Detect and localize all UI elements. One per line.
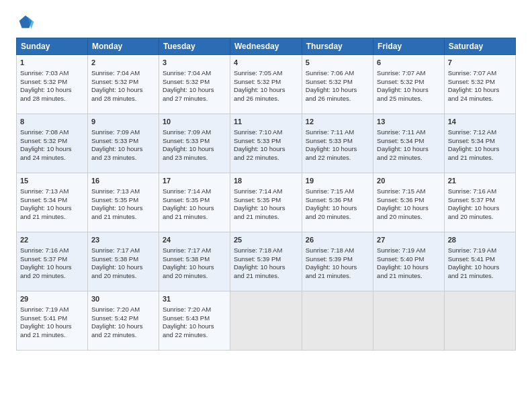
header-day-thursday: Thursday	[302, 38, 373, 55]
calendar-cell: 23Sunrise: 7:17 AMSunset: 5:38 PMDayligh…	[87, 232, 159, 291]
header-day-saturday: Saturday	[444, 38, 515, 55]
day-number: 19	[306, 176, 369, 186]
calendar-cell: 25Sunrise: 7:18 AMSunset: 5:39 PMDayligh…	[230, 232, 302, 291]
day-number: 10	[163, 117, 226, 127]
header	[16, 13, 516, 32]
calendar-cell: 31Sunrise: 7:20 AMSunset: 5:43 PMDayligh…	[159, 291, 230, 351]
day-number: 23	[91, 235, 155, 245]
calendar-cell: 11Sunrise: 7:10 AMSunset: 5:33 PMDayligh…	[230, 114, 302, 173]
calendar-cell: 9Sunrise: 7:09 AMSunset: 5:33 PMDaylight…	[87, 114, 159, 173]
day-number: 28	[448, 235, 512, 245]
day-number: 5	[306, 58, 369, 68]
day-number: 20	[377, 176, 441, 186]
calendar-body: 1Sunrise: 7:03 AMSunset: 5:32 PMDaylight…	[17, 55, 516, 351]
logo-icon	[16, 13, 35, 32]
day-number: 24	[163, 235, 226, 245]
header-day-wednesday: Wednesday	[230, 38, 302, 55]
day-number: 30	[91, 294, 155, 304]
calendar-cell: 27Sunrise: 7:19 AMSunset: 5:40 PMDayligh…	[373, 232, 445, 291]
day-number: 17	[163, 176, 226, 186]
calendar-cell: 19Sunrise: 7:15 AMSunset: 5:36 PMDayligh…	[302, 173, 373, 232]
calendar-cell: 18Sunrise: 7:14 AMSunset: 5:35 PMDayligh…	[230, 173, 302, 232]
header-day-monday: Monday	[87, 38, 159, 55]
day-number: 26	[306, 235, 369, 245]
calendar-cell: 12Sunrise: 7:11 AMSunset: 5:33 PMDayligh…	[302, 114, 373, 173]
calendar-cell: 22Sunrise: 7:16 AMSunset: 5:37 PMDayligh…	[17, 232, 88, 291]
calendar-cell: 24Sunrise: 7:17 AMSunset: 5:38 PMDayligh…	[159, 232, 230, 291]
day-number: 2	[91, 58, 155, 68]
day-number: 25	[234, 235, 298, 245]
day-number: 7	[448, 58, 512, 68]
calendar-cell: 3Sunrise: 7:04 AMSunset: 5:32 PMDaylight…	[159, 55, 230, 114]
day-number: 15	[20, 176, 84, 186]
calendar-week-5: 29Sunrise: 7:19 AMSunset: 5:41 PMDayligh…	[17, 291, 516, 351]
calendar-cell: 26Sunrise: 7:18 AMSunset: 5:39 PMDayligh…	[302, 232, 373, 291]
calendar-cell: 7Sunrise: 7:07 AMSunset: 5:32 PMDaylight…	[444, 55, 515, 114]
calendar-cell: 1Sunrise: 7:03 AMSunset: 5:32 PMDaylight…	[17, 55, 88, 114]
header-day-sunday: Sunday	[17, 38, 88, 55]
calendar-cell: 14Sunrise: 7:12 AMSunset: 5:34 PMDayligh…	[444, 114, 515, 173]
calendar-week-4: 22Sunrise: 7:16 AMSunset: 5:37 PMDayligh…	[17, 232, 516, 291]
header-day-friday: Friday	[373, 38, 445, 55]
day-number: 3	[163, 58, 226, 68]
header-day-tuesday: Tuesday	[159, 38, 230, 55]
calendar-week-2: 8Sunrise: 7:08 AMSunset: 5:32 PMDaylight…	[17, 114, 516, 173]
day-number: 16	[91, 176, 155, 186]
calendar-cell: 6Sunrise: 7:07 AMSunset: 5:32 PMDaylight…	[373, 55, 445, 114]
day-number: 18	[234, 176, 298, 186]
day-number: 29	[20, 294, 84, 304]
calendar-cell: 30Sunrise: 7:20 AMSunset: 5:42 PMDayligh…	[87, 291, 159, 351]
calendar-cell	[230, 291, 302, 351]
day-number: 11	[234, 117, 298, 127]
calendar-cell: 2Sunrise: 7:04 AMSunset: 5:32 PMDaylight…	[87, 55, 159, 114]
header-row: SundayMondayTuesdayWednesdayThursdayFrid…	[17, 38, 516, 55]
calendar-week-1: 1Sunrise: 7:03 AMSunset: 5:32 PMDaylight…	[17, 55, 516, 114]
calendar-cell: 8Sunrise: 7:08 AMSunset: 5:32 PMDaylight…	[17, 114, 88, 173]
calendar-cell	[302, 291, 373, 351]
day-number: 27	[377, 235, 441, 245]
calendar-cell	[444, 291, 515, 351]
calendar-cell: 28Sunrise: 7:19 AMSunset: 5:41 PMDayligh…	[444, 232, 515, 291]
calendar-cell: 4Sunrise: 7:05 AMSunset: 5:32 PMDaylight…	[230, 55, 302, 114]
day-number: 22	[20, 235, 84, 245]
page: SundayMondayTuesdayWednesdayThursdayFrid…	[0, 0, 532, 361]
calendar-cell: 15Sunrise: 7:13 AMSunset: 5:34 PMDayligh…	[17, 173, 88, 232]
calendar-cell: 10Sunrise: 7:09 AMSunset: 5:33 PMDayligh…	[159, 114, 230, 173]
day-number: 21	[448, 176, 512, 186]
calendar-cell: 21Sunrise: 7:16 AMSunset: 5:37 PMDayligh…	[444, 173, 515, 232]
day-number: 1	[20, 58, 84, 68]
day-number: 31	[163, 294, 226, 304]
day-number: 13	[377, 117, 441, 127]
day-number: 14	[448, 117, 512, 127]
calendar-cell: 5Sunrise: 7:06 AMSunset: 5:32 PMDaylight…	[302, 55, 373, 114]
calendar-header: SundayMondayTuesdayWednesdayThursdayFrid…	[17, 38, 516, 55]
calendar-cell: 16Sunrise: 7:13 AMSunset: 5:35 PMDayligh…	[87, 173, 159, 232]
logo	[16, 13, 38, 32]
day-number: 8	[20, 117, 84, 127]
day-number: 9	[91, 117, 155, 127]
calendar-cell: 20Sunrise: 7:15 AMSunset: 5:36 PMDayligh…	[373, 173, 445, 232]
calendar-cell: 29Sunrise: 7:19 AMSunset: 5:41 PMDayligh…	[17, 291, 88, 351]
calendar-table: SundayMondayTuesdayWednesdayThursdayFrid…	[16, 38, 516, 351]
day-number: 4	[234, 58, 298, 68]
calendar-week-3: 15Sunrise: 7:13 AMSunset: 5:34 PMDayligh…	[17, 173, 516, 232]
day-number: 12	[306, 117, 369, 127]
calendar-cell	[373, 291, 445, 351]
calendar-cell: 17Sunrise: 7:14 AMSunset: 5:35 PMDayligh…	[159, 173, 230, 232]
calendar-cell: 13Sunrise: 7:11 AMSunset: 5:34 PMDayligh…	[373, 114, 445, 173]
day-number: 6	[377, 58, 441, 68]
